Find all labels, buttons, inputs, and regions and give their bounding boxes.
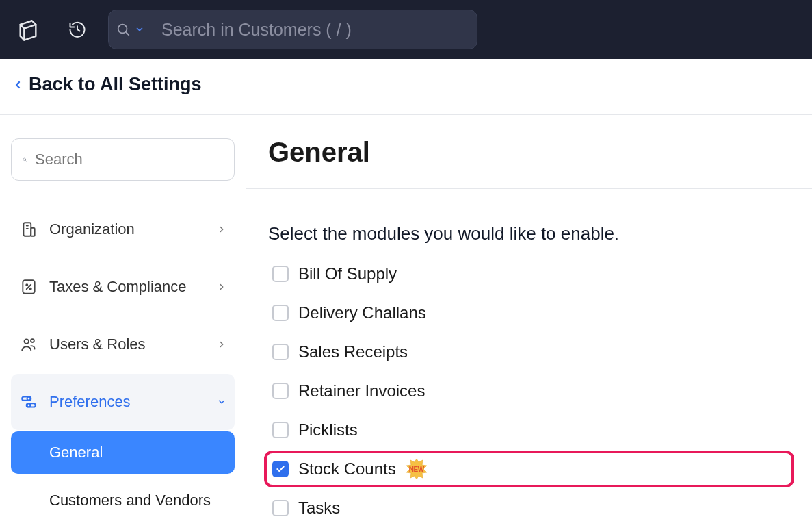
main-content: General Select the modules you would lik…	[246, 115, 812, 532]
module-label: Retainer Invoices	[298, 381, 425, 401]
svg-rect-5	[31, 228, 34, 236]
sidebar-item-label: Users & Roles	[49, 335, 146, 353]
checkbox[interactable]	[272, 461, 289, 477]
module-row-delivery-challans[interactable]: Delivery Challans	[268, 299, 790, 327]
sidebar-item-label: Organization	[49, 220, 135, 238]
sidebar-item-taxes-compliance[interactable]: Taxes & Compliance	[11, 259, 235, 315]
svg-point-11	[30, 288, 31, 290]
module-label: Bill Of Supply	[298, 264, 397, 283]
sidebar-item-preferences[interactable]: Preferences	[11, 374, 235, 430]
settings-sidebar: Organization Taxes & Compliance	[0, 115, 246, 532]
preferences-sub-list: General Customers and Vendors	[11, 431, 235, 522]
module-row-retainer-invoices[interactable]: Retainer Invoices	[268, 377, 790, 405]
module-label: Stock Counts	[298, 459, 396, 479]
sidebar-item-organization[interactable]: Organization	[11, 201, 235, 257]
check-icon	[276, 464, 285, 474]
back-to-all-settings-link[interactable]: Back to All Settings	[12, 74, 202, 95]
sidebar-item-label: Taxes & Compliance	[49, 278, 187, 296]
svg-rect-4	[23, 223, 31, 236]
svg-line-1	[126, 32, 129, 35]
back-bar: Back to All Settings	[0, 59, 812, 115]
svg-point-17	[27, 403, 31, 407]
sub-item-label: General	[49, 444, 103, 461]
sub-item-general[interactable]: General	[11, 431, 235, 474]
module-row-sales-receipts[interactable]: Sales Receipts	[268, 338, 790, 366]
global-search-input[interactable]	[153, 20, 470, 40]
module-row-bill-of-supply[interactable]: Bill Of Supply	[268, 259, 790, 288]
sidebar-item-users-roles[interactable]: Users & Roles	[11, 316, 235, 372]
module-label: Picklists	[298, 420, 358, 440]
module-row-tasks[interactable]: Tasks	[268, 494, 790, 522]
svg-point-10	[26, 284, 27, 286]
module-row-picklists[interactable]: Picklists	[268, 416, 790, 444]
settings-search[interactable]	[11, 138, 235, 181]
module-label: Sales Receipts	[298, 342, 408, 362]
building-icon	[19, 220, 38, 239]
sub-item-customers-vendors[interactable]: Customers and Vendors	[11, 479, 235, 522]
new-badge-label: NEW	[409, 466, 424, 473]
module-label: Tasks	[298, 498, 340, 518]
svg-point-13	[31, 339, 34, 342]
module-list: Bill Of Supply Delivery Challans Sales R…	[246, 259, 812, 532]
sub-item-label: Customers and Vendors	[49, 492, 211, 509]
chevron-down-icon	[217, 397, 226, 407]
module-row-stock-counts[interactable]: Stock Counts NEW	[268, 455, 790, 483]
svg-point-15	[27, 397, 31, 401]
search-scope-selector[interactable]	[116, 16, 153, 42]
checkbox[interactable]	[272, 344, 289, 360]
sidebar-item-label: Preferences	[49, 393, 131, 411]
global-search[interactable]	[108, 10, 477, 49]
sidebar-list: Organization Taxes & Compliance	[11, 201, 235, 522]
chevron-right-icon	[217, 282, 226, 292]
settings-search-input[interactable]	[35, 151, 223, 168]
module-intro: Select the modules you would like to ena…	[246, 189, 812, 259]
page-title: General	[246, 137, 812, 188]
checkbox[interactable]	[272, 422, 289, 438]
chevron-down-icon	[135, 25, 144, 34]
users-icon	[19, 335, 38, 354]
chevron-right-icon	[217, 225, 226, 234]
search-icon	[116, 22, 131, 37]
back-link-label: Back to All Settings	[29, 74, 202, 95]
search-icon	[23, 152, 27, 167]
app-logo-icon[interactable]	[10, 10, 47, 49]
checkbox[interactable]	[272, 266, 289, 282]
chevron-left-icon	[12, 77, 23, 92]
checkbox[interactable]	[272, 305, 289, 321]
module-label: Delivery Challans	[298, 303, 426, 322]
topbar	[0, 0, 812, 59]
chevron-right-icon	[217, 340, 226, 349]
checkbox[interactable]	[272, 500, 289, 516]
sliders-icon	[19, 392, 38, 411]
svg-point-2	[23, 158, 26, 161]
checkbox[interactable]	[272, 383, 289, 399]
svg-point-12	[25, 339, 29, 344]
new-badge-icon: NEW	[406, 458, 428, 480]
svg-point-0	[118, 25, 127, 34]
percent-file-icon	[19, 277, 38, 296]
recent-activity-icon[interactable]	[59, 10, 96, 49]
svg-line-3	[25, 160, 26, 161]
